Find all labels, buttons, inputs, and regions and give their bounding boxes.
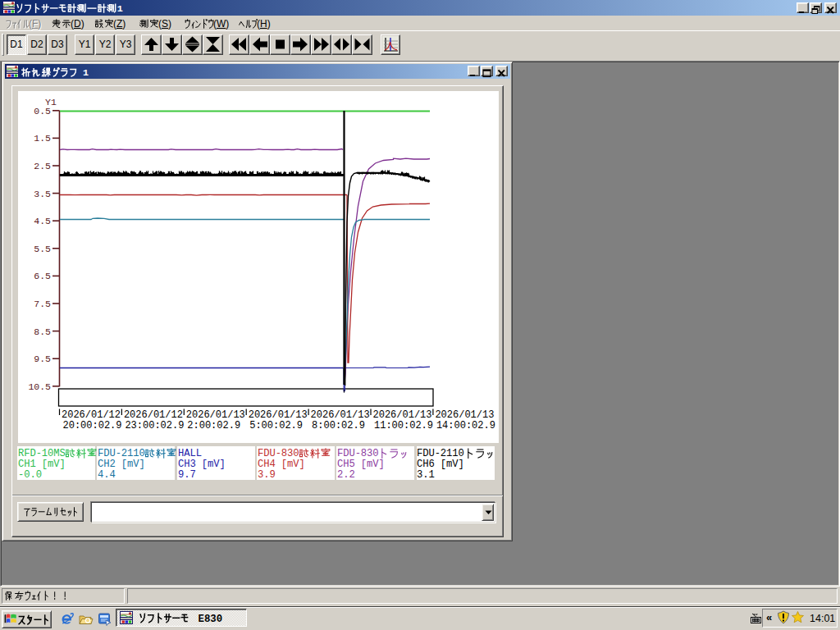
svg-text:4.5: 4.5: [34, 216, 51, 226]
svg-text:6.5: 6.5: [34, 271, 51, 281]
svg-text:Y1: Y1: [45, 97, 57, 107]
svg-text:23:00:02.9: 23:00:02.9: [125, 420, 184, 431]
svg-text:8:00:02.9: 8:00:02.9: [312, 420, 365, 431]
svg-text:2.5: 2.5: [34, 161, 51, 171]
svg-text:7.5: 7.5: [34, 299, 51, 309]
svg-text:5:00:02.9: 5:00:02.9: [249, 420, 303, 431]
svg-text:2026/01/13: 2026/01/13: [435, 409, 494, 421]
svg-text:1: 1: [83, 67, 89, 79]
svg-text:5.5: 5.5: [34, 244, 51, 254]
svg-text:2:00:02.9: 2:00:02.9: [187, 420, 240, 431]
svg-text:1: 1: [117, 3, 123, 14]
svg-text:20:00:02.9: 20:00:02.9: [63, 420, 122, 431]
svg-text:2026/01/13: 2026/01/13: [311, 409, 370, 421]
svg-text:10.5: 10.5: [28, 381, 51, 392]
svg-text:3.5: 3.5: [34, 189, 51, 199]
svg-text:2026/01/12: 2026/01/12: [124, 409, 183, 421]
svg-text:14:00:02.9: 14:00:02.9: [436, 420, 495, 431]
svg-text:2026/01/12: 2026/01/12: [62, 409, 121, 421]
svg-text:2026/01/13: 2026/01/13: [373, 409, 432, 421]
svg-text:8.5: 8.5: [34, 326, 51, 337]
svg-text:E830: E830: [199, 614, 223, 625]
svg-text:2026/01/13: 2026/01/13: [186, 409, 245, 421]
svg-text:11:00:02.9: 11:00:02.9: [374, 420, 433, 431]
svg-text:9.5: 9.5: [34, 354, 51, 364]
svg-text:1.5: 1.5: [34, 133, 51, 144]
svg-text:2026/01/13: 2026/01/13: [249, 409, 308, 421]
